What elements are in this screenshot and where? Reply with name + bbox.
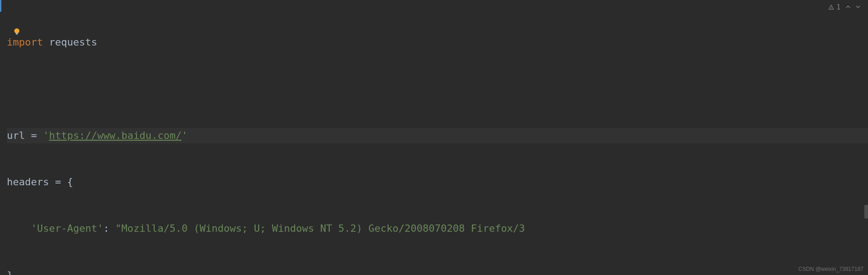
code-line-headers-close[interactable]: } <box>7 268 868 275</box>
url-string: https://www.baidu.com/ <box>49 128 182 143</box>
equals-op: = <box>31 128 43 143</box>
equals-op: = <box>55 174 67 190</box>
code-line-1[interactable]: import requests <box>7 35 868 50</box>
brace-open: { <box>67 174 73 190</box>
quote-close: ' <box>182 128 187 143</box>
quote-open: ' <box>43 128 49 143</box>
code-line-useragent[interactable]: 'User-Agent': "Mozilla/5.0 (Windows; U; … <box>7 221 868 236</box>
warning-indicator[interactable]: 1 <box>828 3 841 11</box>
keyword-import: import <box>7 35 43 50</box>
chevron-up-icon[interactable] <box>845 4 851 11</box>
dict-value: "Mozilla/5.0 (Windows; U; Windows NT 5.2… <box>115 221 525 236</box>
scrollbar-thumb[interactable] <box>864 205 868 219</box>
svg-point-2 <box>14 28 19 33</box>
selection-indicator <box>0 0 1 12</box>
warning-count: 1 <box>836 3 841 11</box>
brace-close: } <box>7 268 13 275</box>
code-editor[interactable]: 1 import requests url = 'https://www.bai… <box>0 0 868 275</box>
colon: : <box>103 221 116 236</box>
code-content[interactable]: import requests url = 'https://www.baidu… <box>0 0 868 275</box>
chevron-down-icon[interactable] <box>855 4 861 11</box>
intention-bulb-icon[interactable] <box>13 26 21 35</box>
code-line-headers-open[interactable]: headers = { <box>7 174 868 190</box>
var-headers: headers <box>7 174 55 190</box>
warning-triangle-icon <box>828 4 834 10</box>
var-url: url <box>7 128 31 143</box>
dict-key: 'User-Agent' <box>31 221 103 236</box>
watermark-text: CSDN @weixin_73817187 <box>798 266 863 272</box>
indent <box>7 221 31 236</box>
code-line-url[interactable]: url = 'https://www.baidu.com/' <box>7 128 868 143</box>
inspection-bar: 1 <box>828 3 861 11</box>
svg-point-1 <box>831 8 832 8</box>
code-line-blank[interactable] <box>7 81 868 97</box>
module-name: requests <box>43 35 97 50</box>
